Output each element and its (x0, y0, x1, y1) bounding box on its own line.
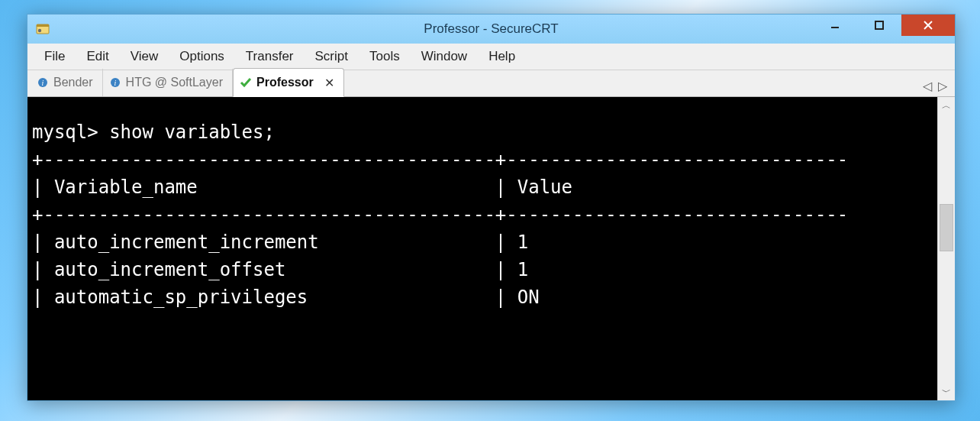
scroll-down-icon[interactable]: ﹀ (938, 384, 955, 400)
menubar: File Edit View Options Transfer Script T… (27, 44, 955, 70)
tab-professor[interactable]: Professor ✕ (233, 68, 344, 97)
menu-transfer[interactable]: Transfer (235, 46, 305, 67)
tab-bender[interactable]: i Bender (31, 69, 103, 96)
info-icon: i (109, 76, 121, 89)
window-controls (813, 15, 955, 44)
menu-edit[interactable]: Edit (76, 46, 119, 67)
info-icon: i (37, 76, 49, 89)
svg-rect-3 (39, 29, 40, 31)
tab-next-icon[interactable]: ▷ (938, 79, 947, 93)
titlebar[interactable]: Professor - SecureCRT (27, 15, 955, 44)
terminal[interactable]: mysql> show variables; +----------------… (27, 97, 937, 400)
menu-view[interactable]: View (120, 46, 169, 67)
app-window: Professor - SecureCRT File Edit View Opt… (27, 14, 956, 401)
tabbar: i Bender i HTG @ SoftLayer Professor ✕ ◁… (27, 70, 955, 97)
menu-file[interactable]: File (34, 46, 76, 67)
tab-label: HTG @ SoftLayer (126, 76, 223, 89)
svg-rect-5 (875, 21, 883, 29)
svg-text:i: i (114, 79, 116, 87)
menu-help[interactable]: Help (478, 46, 526, 67)
vertical-scrollbar[interactable]: ︿ ﹀ (937, 97, 955, 400)
maximize-button[interactable] (857, 15, 901, 36)
menu-script[interactable]: Script (305, 46, 359, 67)
tab-prev-icon[interactable]: ◁ (923, 79, 932, 93)
tab-close-icon[interactable]: ✕ (324, 76, 334, 90)
menu-options[interactable]: Options (169, 46, 235, 67)
tab-label: Professor (256, 76, 314, 89)
terminal-area: mysql> show variables; +----------------… (27, 97, 955, 400)
svg-rect-1 (37, 24, 49, 27)
tab-htg-softlayer[interactable]: i HTG @ SoftLayer (103, 69, 233, 96)
scroll-thumb[interactable] (940, 204, 953, 251)
menu-tools[interactable]: Tools (359, 46, 411, 67)
svg-text:i: i (42, 79, 44, 87)
menu-window[interactable]: Window (411, 46, 478, 67)
app-icon (35, 21, 50, 37)
close-button[interactable] (901, 15, 955, 36)
tab-label: Bender (53, 76, 93, 89)
check-icon (240, 76, 252, 89)
desktop-background: Professor - SecureCRT File Edit View Opt… (0, 0, 980, 421)
tab-nav: ◁ ▷ (923, 79, 950, 96)
scroll-up-icon[interactable]: ︿ (938, 97, 955, 114)
minimize-button[interactable] (813, 15, 857, 36)
